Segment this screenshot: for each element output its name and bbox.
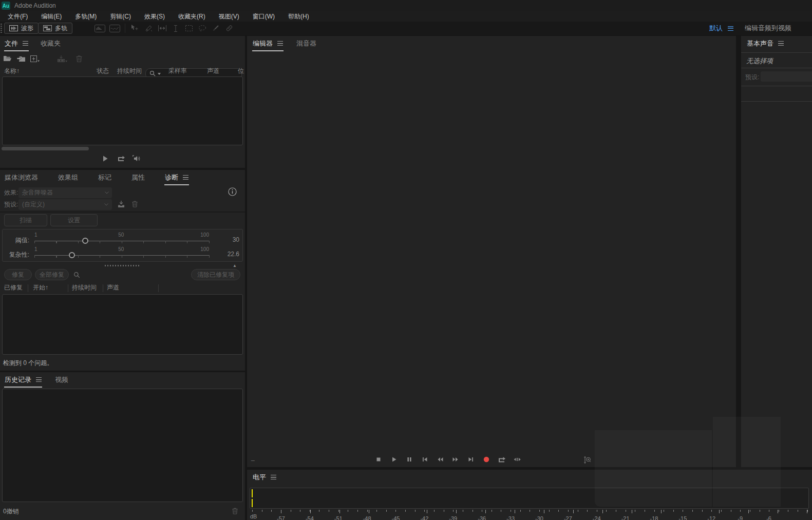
delete-preset-button[interactable]	[128, 199, 141, 209]
tab-video[interactable]: 视频	[54, 373, 69, 388]
tab-levels[interactable]: 电平	[252, 470, 277, 485]
tab-favorites[interactable]: 收藏夹	[40, 36, 61, 51]
column-duration[interactable]: 持续时间	[72, 283, 97, 292]
tab-markers[interactable]: 标记	[98, 170, 112, 185]
save-preset-button[interactable]	[115, 199, 127, 209]
menu-item[interactable]: 视图(V)	[212, 11, 246, 22]
multitrack-mode-button[interactable]: 多轨	[38, 23, 72, 34]
lasso-selection-tool-button[interactable]	[196, 23, 209, 33]
tab-files[interactable]: 文件	[4, 36, 29, 51]
move-tool-button[interactable]	[128, 23, 141, 33]
loop-playback-button[interactable]	[496, 453, 508, 466]
marquee-selection-tool-button[interactable]	[183, 23, 195, 33]
panel-splitter[interactable]: ▲	[0, 263, 245, 268]
tab-effects-rack[interactable]: 效果组	[58, 170, 79, 185]
tab-mixer[interactable]: 混音器	[296, 36, 317, 51]
workspace-edit-audio-to-video-button[interactable]: 编辑音频到视频	[745, 24, 791, 33]
threshold-slider[interactable]: 1 50 100	[34, 232, 209, 245]
skip-selection-button[interactable]	[511, 453, 523, 466]
preview-play-button[interactable]	[99, 153, 111, 164]
panel-menu-icon[interactable]	[23, 41, 28, 46]
column-start[interactable]: 开始↑	[33, 283, 48, 292]
workspace-default-button[interactable]: 默认	[709, 24, 733, 33]
menu-item[interactable]: 多轨(M)	[68, 11, 103, 22]
column-separator[interactable]	[28, 284, 28, 292]
menu-item[interactable]: 窗口(W)	[246, 11, 281, 22]
settings-button[interactable]: 设置	[50, 214, 98, 226]
column-channel[interactable]: 声道	[107, 283, 119, 292]
skip-to-end-button[interactable]	[465, 453, 477, 466]
fast-forward-button[interactable]	[449, 453, 462, 466]
editor-canvas[interactable]	[247, 51, 736, 452]
insert-into-multitrack-button[interactable]	[56, 53, 68, 64]
panel-menu-icon[interactable]	[277, 41, 283, 46]
paintbrush-tool-button[interactable]	[210, 23, 222, 33]
preset-dropdown[interactable]: (自定义)	[18, 199, 112, 210]
slider-knob[interactable]	[82, 238, 88, 244]
open-file-button[interactable]	[1, 53, 13, 64]
clear-history-button[interactable]	[229, 506, 241, 516]
column-fixed[interactable]: 已修复	[4, 283, 23, 292]
diagnostics-panel: 媒体浏览器 效果组 标记 属性 诊断 效果: 杂音降噪器	[0, 170, 245, 371]
fix-all-button[interactable]: 全部修复	[35, 269, 69, 280]
panel-menu-icon[interactable]	[271, 475, 276, 479]
essential-preset-dropdown[interactable]	[761, 71, 812, 82]
rewind-button[interactable]	[434, 453, 446, 466]
column-channels[interactable]: 声道	[207, 67, 219, 75]
diagnostics-info-button[interactable]	[226, 186, 238, 197]
time-selection-tool-button[interactable]	[169, 23, 182, 33]
slip-tool-button[interactable]	[156, 23, 168, 33]
import-file-button[interactable]	[15, 53, 27, 64]
tab-essential-sound[interactable]: 基本声音	[746, 36, 784, 51]
tab-history[interactable]: 历史记录	[4, 373, 42, 388]
menu-item[interactable]: 文件(F)	[1, 11, 34, 22]
effect-dropdown[interactable]: 杂音降噪器	[18, 187, 112, 198]
slider-knob[interactable]	[69, 252, 75, 258]
skip-to-start-button[interactable]	[419, 453, 431, 466]
new-item-button[interactable]	[28, 53, 41, 64]
clear-fixed-button[interactable]: 清除已修复项	[191, 269, 240, 280]
issue-search-button[interactable]	[71, 270, 83, 280]
preview-loop-button[interactable]	[115, 153, 127, 164]
delete-file-button[interactable]	[73, 53, 85, 64]
razor-tool-button[interactable]	[143, 23, 155, 33]
spectral-display-toggle[interactable]	[108, 23, 121, 33]
waveform-display-toggle[interactable]	[93, 23, 106, 33]
tab-properties[interactable]: 属性	[131, 170, 145, 185]
collapse-arrow-icon[interactable]: ▲	[233, 263, 237, 268]
stop-button[interactable]	[372, 453, 385, 466]
column-name[interactable]: 名称↑	[4, 67, 20, 75]
toolbar-grip[interactable]	[1, 24, 2, 33]
tab-media-browser[interactable]: 媒体浏览器	[4, 170, 39, 185]
column-separator[interactable]	[158, 284, 159, 292]
column-duration[interactable]: 持续时间	[117, 67, 142, 75]
menu-item[interactable]: 效果(S)	[138, 11, 172, 22]
scrollbar-thumb[interactable]	[2, 147, 89, 150]
vertical-zoom-button[interactable]	[581, 454, 593, 466]
panel-menu-icon[interactable]	[183, 175, 188, 180]
panel-menu-icon[interactable]	[36, 377, 42, 382]
tab-diagnostics[interactable]: 诊断	[164, 170, 189, 185]
column-bits[interactable]: 位	[238, 67, 244, 75]
auto-play-button[interactable]	[130, 153, 143, 164]
column-separator[interactable]	[68, 284, 68, 292]
tab-editor[interactable]: 编辑器	[252, 36, 284, 51]
complexity-slider[interactable]: 1 50 100	[34, 246, 209, 260]
menu-item[interactable]: 收藏夹(R)	[172, 11, 212, 22]
fix-button[interactable]: 修复	[4, 269, 32, 280]
panel-menu-icon[interactable]	[778, 41, 784, 46]
menu-item[interactable]: 剪辑(C)	[103, 11, 138, 22]
menu-item[interactable]: 编辑(E)	[34, 11, 68, 22]
column-separator[interactable]	[103, 284, 103, 292]
menu-item[interactable]: 帮助(H)	[281, 11, 316, 22]
column-sample-rate[interactable]: 采样率	[168, 67, 187, 75]
scan-button[interactable]: 扫描	[4, 214, 47, 226]
pause-button[interactable]	[403, 453, 416, 466]
column-status[interactable]: 状态	[97, 67, 109, 75]
spot-healing-brush-tool-button[interactable]	[223, 23, 235, 33]
splitter-grip[interactable]	[105, 265, 141, 266]
record-button[interactable]	[480, 453, 493, 466]
waveform-mode-button[interactable]: 波形	[4, 23, 39, 34]
workspace-menu-icon[interactable]	[728, 26, 733, 31]
play-button[interactable]	[388, 453, 400, 466]
